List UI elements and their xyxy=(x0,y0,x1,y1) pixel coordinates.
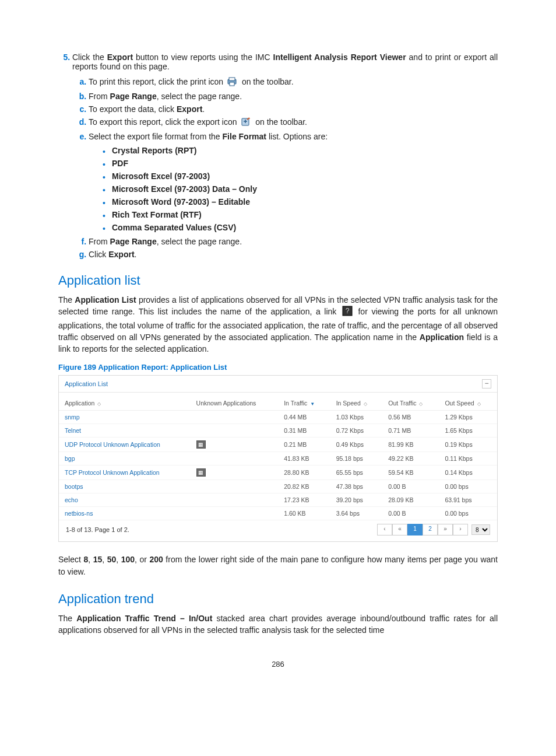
format-item: PDF xyxy=(112,159,498,168)
substep-e: Select the export file format from the F… xyxy=(89,132,498,232)
help-icon: ? xyxy=(342,306,353,319)
export-icon xyxy=(241,117,251,128)
collapse-button[interactable]: − xyxy=(482,379,491,388)
substep-f: From Page Range, select the page range. xyxy=(89,237,498,246)
applist-paragraph: The Application List provides a list of … xyxy=(58,294,498,355)
per-page-select[interactable]: 8 xyxy=(471,524,490,535)
unknown-app-icon[interactable]: ▦ xyxy=(196,468,206,477)
pager-controls: ‹ « 1 2 » › 8 xyxy=(377,524,490,536)
col-unknown[interactable]: Unknown Applications xyxy=(191,396,279,411)
svg-rect-2 xyxy=(230,82,234,86)
table-row: bgp41.83 KB95.18 bps49.22 KB0.11 Kbps xyxy=(59,452,497,466)
apptrend-paragraph: The Application Traffic Trend – In/Out s… xyxy=(58,612,498,636)
format-item: Crystal Reports (RPT) xyxy=(112,146,498,155)
format-item: Microsoft Excel (97-2003) Data – Only xyxy=(112,184,498,194)
page-number: 286 xyxy=(58,660,498,668)
table-row: bootps20.82 KB47.38 bps0.00 B0.00 bps xyxy=(59,480,497,494)
unknown-app-icon[interactable]: ▦ xyxy=(196,440,206,449)
table-row: UDP Protocol Unknown Application▦0.21 MB… xyxy=(59,438,497,452)
svg-text:?: ? xyxy=(346,307,350,315)
figure-caption: Figure 189 Application Report: Applicati… xyxy=(58,363,498,372)
format-item: Microsoft Word (97-2003) – Editable xyxy=(112,197,498,206)
pager-page-1[interactable]: 1 xyxy=(407,524,423,536)
app-link[interactable]: bgp xyxy=(65,455,75,462)
app-link[interactable]: Telnet xyxy=(65,427,81,434)
app-link[interactable]: bootps xyxy=(65,483,83,490)
step-5: Click the Export button to view reports … xyxy=(72,52,498,259)
format-item: Microsoft Excel (97-2003) xyxy=(112,172,498,181)
heading-application-trend: Application trend xyxy=(58,592,498,607)
col-in-traffic[interactable]: In Traffic ▼ xyxy=(278,396,330,411)
svg-rect-1 xyxy=(229,78,235,80)
print-icon xyxy=(227,77,238,88)
application-list-panel: Application List − Application ◇ Unknown… xyxy=(58,375,498,542)
table-row: TCP Protocol Unknown Application▦28.80 K… xyxy=(59,466,497,480)
table-row: Telnet0.31 MB0.72 Kbps0.71 MB1.65 Kbps xyxy=(59,424,497,438)
application-table: Application ◇ Unknown Applications In Tr… xyxy=(59,396,497,520)
substep-c: To export the data, click Export. xyxy=(89,104,498,114)
format-item: Comma Separated Values (CSV) xyxy=(112,223,498,232)
table-row: netbios-ns1.60 KB3.64 bps0.00 B0.00 bps xyxy=(59,507,497,520)
substep-b: From Page Range, select the page range. xyxy=(89,92,498,101)
col-in-speed[interactable]: In Speed ◇ xyxy=(330,396,383,411)
pager-prev[interactable]: ‹ xyxy=(377,524,392,536)
col-out-traffic[interactable]: Out Traffic ◇ xyxy=(382,396,439,411)
substep-a: To print this report, click the print ic… xyxy=(89,77,498,88)
substep-d: To export this report, click the export … xyxy=(89,117,498,128)
heading-application-list: Application list xyxy=(58,273,498,288)
pager-first[interactable]: « xyxy=(392,524,407,536)
app-link[interactable]: echo xyxy=(65,496,78,503)
step5-text: Click the Export button to view reports … xyxy=(72,52,498,71)
app-link[interactable]: snmp xyxy=(65,414,80,421)
applist-footnote: Select 8, 15, 50, 100, or 200 from the l… xyxy=(58,554,498,578)
col-application[interactable]: Application ◇ xyxy=(59,396,191,411)
pager-status: 1-8 of 13. Page 1 of 2. xyxy=(66,526,129,533)
app-link[interactable]: netbios-ns xyxy=(65,510,93,517)
panel-title: Application List xyxy=(65,380,108,387)
app-link[interactable]: UDP Protocol Unknown Application xyxy=(65,441,160,448)
pager-next[interactable]: › xyxy=(453,524,468,536)
pager-last[interactable]: » xyxy=(438,524,453,536)
pager-page-2[interactable]: 2 xyxy=(423,524,438,536)
table-row: echo17.23 KB39.20 bps28.09 KB63.91 bps xyxy=(59,494,497,507)
col-out-speed[interactable]: Out Speed ◇ xyxy=(439,396,497,411)
table-row: snmp0.44 MB1.03 Kbps0.56 MB1.29 Kbps xyxy=(59,411,497,424)
app-link[interactable]: TCP Protocol Unknown Application xyxy=(65,469,160,476)
format-item: Rich Text Format (RTF) xyxy=(112,210,498,219)
substep-g: Click Export. xyxy=(89,250,498,259)
